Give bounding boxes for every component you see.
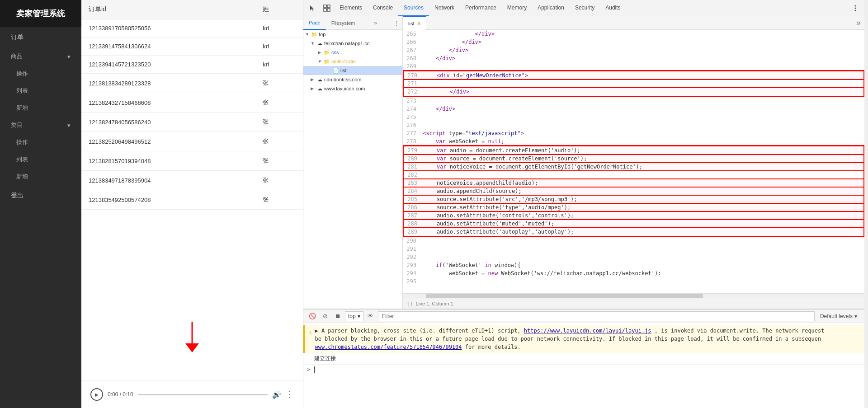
cloud-icon-cdn: ☁ — [316, 76, 323, 83]
warning-icon: ⚠ — [308, 328, 312, 337]
console-cursor[interactable] — [314, 366, 315, 373]
more-options-icon[interactable]: ⋮ — [286, 389, 294, 399]
line-number: 291 — [403, 245, 421, 253]
tab-application[interactable]: Application — [532, 0, 570, 16]
line-content: var webSocket = null; — [421, 137, 864, 145]
svg-point-7 — [855, 5, 856, 6]
code-line: 284 audio.appendChild(source); — [403, 187, 864, 195]
tree-item-list[interactable]: ▶ 📄 list — [303, 66, 402, 75]
console-levels-label: Default levels — [820, 313, 853, 319]
devtools-inspect-icon[interactable] — [320, 0, 334, 16]
sidebar-sub-list2[interactable]: 列表 — [0, 151, 81, 168]
sidebar-item-products[interactable]: 商品 ▾ — [0, 48, 81, 65]
tree-item-cdn[interactable]: ▶ ☁ cdn.bootcss.com — [303, 75, 402, 84]
tab-sources[interactable]: Sources — [398, 0, 429, 16]
line-content — [422, 171, 863, 179]
line-number: 288 — [404, 220, 422, 228]
play-button[interactable]: ▶ — [90, 388, 103, 401]
main-content: 订单id 姓 1213389170580525056kri12133914758… — [81, 0, 303, 408]
audio-progress-bar[interactable] — [138, 394, 268, 395]
devtools-pointer-icon[interactable] — [305, 0, 320, 16]
tab-memory[interactable]: Memory — [502, 0, 532, 16]
col-name: 姓 — [255, 0, 303, 19]
sidebar-sub-operations2[interactable]: 操作 — [0, 134, 81, 151]
console-stop-icon[interactable]: ⏹ — [332, 311, 343, 322]
tree-item-top[interactable]: ▼ 📁 top — [303, 30, 402, 39]
sidebar-item-categories[interactable]: 类目 ▾ — [0, 117, 81, 134]
tree-item-layui[interactable]: ▶ ☁ www.layuicdn.com — [303, 84, 402, 93]
code-scrollbar[interactable] — [403, 293, 864, 298]
line-content: var source = document.createElement('sou… — [422, 155, 863, 163]
tab-console[interactable]: Console — [368, 0, 398, 16]
console-levels-dropdown[interactable]: Default levels ▾ — [816, 313, 861, 319]
console-filter-icon[interactable]: ⊘ — [320, 311, 330, 322]
sidebar-sub-add2[interactable]: 新增 — [0, 168, 81, 185]
code-line: 276 — [403, 121, 864, 129]
code-line: 268 </div> — [403, 54, 864, 62]
table-row: 1213824327158468608张 — [81, 93, 303, 113]
tree-item-css[interactable]: ▶ 📁 css — [303, 48, 402, 57]
code-line: 295 — [403, 277, 864, 286]
console-prompt: > — [307, 366, 310, 373]
order-table: 订单id 姓 1213389170580525056kri12133914758… — [81, 0, 303, 210]
line-number: 272 — [404, 88, 422, 96]
cell-order-id: 1213828157019394048 — [81, 151, 255, 171]
cell-order-id: 1213394145721323520 — [81, 56, 255, 74]
sidebar-item-logout[interactable]: 登出 — [0, 185, 81, 206]
warning-link2[interactable]: www.chromestatus.com/feature/57185479467… — [315, 344, 462, 350]
sidebar-sub-list[interactable]: 列表 — [0, 82, 81, 99]
code-tab-list[interactable]: list × — [403, 16, 426, 30]
tree-item-seller-order[interactable]: ▼ 📁 seller/order — [303, 57, 402, 66]
tree-item-felixchan[interactable]: ▼ ☁ felixchan.natapp1.cc — [303, 39, 402, 48]
sidebar-item-orders[interactable]: 订单 — [0, 27, 81, 48]
line-content: webSocket = new WebSocket('ws://felixcha… — [421, 269, 864, 277]
code-tab-extra[interactable]: » — [853, 18, 864, 28]
svg-rect-5 — [327, 9, 330, 11]
line-number: 271 — [404, 80, 422, 88]
tab-network[interactable]: Network — [429, 0, 460, 16]
tree-arrow: ▼ — [305, 32, 311, 37]
file-tree-tab-page[interactable]: Page — [303, 16, 326, 30]
warning-link[interactable]: https://www.layuicdn.com/layui/layui.js — [524, 328, 651, 334]
tab-audits[interactable]: Audits — [600, 0, 626, 16]
devtools-resize-handle[interactable] — [864, 0, 868, 408]
audio-player: ▶ 0:00 / 0:10 🔊 ⋮ — [81, 380, 303, 408]
devtools-overflow-icon[interactable] — [848, 0, 863, 16]
tab-security[interactable]: Security — [570, 0, 600, 16]
cell-order-id: 1213835492500574208 — [81, 190, 255, 210]
console-filter-input[interactable] — [378, 311, 815, 321]
line-content — [421, 277, 864, 286]
red-arrow — [183, 322, 201, 353]
code-line: 282 — [403, 171, 864, 179]
line-content: audio.appendChild(source); — [422, 187, 863, 195]
cell-name: 张 — [255, 74, 303, 93]
console-clear-icon[interactable]: 🚫 — [307, 311, 318, 322]
sidebar-sub-operations[interactable]: 操作 — [0, 65, 81, 82]
sidebar-sub-add[interactable]: 新增 — [0, 99, 81, 117]
line-content — [421, 245, 864, 253]
code-tab-close[interactable]: × — [417, 20, 420, 27]
file-tree-menu-icon[interactable]: ⋮ — [391, 19, 402, 27]
tab-performance[interactable]: Performance — [460, 0, 502, 16]
tab-elements[interactable]: Elements — [334, 0, 368, 16]
file-tree-tab-filesystem[interactable]: Filesystem — [326, 16, 361, 30]
line-number: 273 — [403, 97, 421, 105]
console-top-dropdown[interactable]: top ▾ — [345, 311, 363, 321]
line-content — [421, 237, 864, 245]
cell-name: kri — [255, 19, 303, 38]
line-number: 283 — [404, 179, 422, 187]
console-eye-icon[interactable]: 👁 — [365, 311, 376, 322]
line-number: 279 — [404, 146, 422, 155]
console-top-arrow: ▾ — [358, 313, 360, 319]
code-line: 277<script type="text/javascript"> — [403, 129, 864, 137]
code-line: 267 </div> — [403, 46, 864, 54]
line-content: </div> — [421, 54, 864, 62]
file-tree-more-icon[interactable]: » — [370, 19, 381, 26]
cell-name: 张 — [255, 132, 303, 151]
volume-icon[interactable]: 🔊 — [272, 390, 281, 399]
cell-order-id: 1213824784056586240 — [81, 113, 255, 132]
line-number: 294 — [403, 269, 421, 277]
svg-rect-3 — [327, 5, 330, 8]
line-content — [421, 113, 864, 121]
devtools-panel: Elements Console Sources Network Perform… — [303, 0, 864, 408]
